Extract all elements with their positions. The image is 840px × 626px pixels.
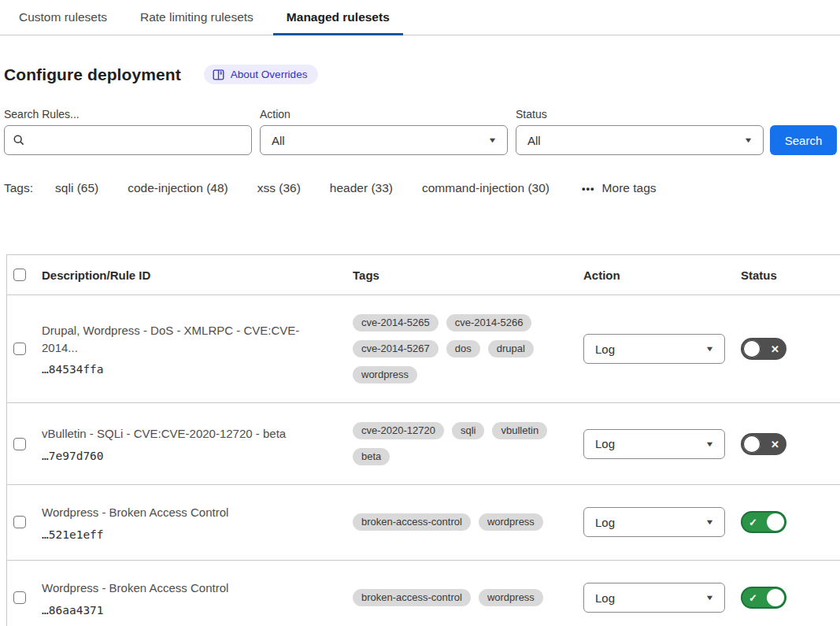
rule-tags: broken-access-controlwordpress [353,513,550,531]
table-row: Wordpress - Broken Access Control …521e1… [7,485,840,561]
action-filter-value: All [272,134,285,147]
tag-pill: broken-access-control [353,513,471,531]
tag-pill: vbulletin [492,422,547,439]
action-filter-select[interactable]: All ▼ [260,125,508,155]
rule-description: Drupal, Wordpress - DoS - XMLRPC - CVE:C… [42,322,331,357]
chevron-down-icon: ▼ [705,518,715,526]
tag-pill: cve-2014-5265 [353,314,439,332]
table-row: Drupal, Wordpress - DoS - XMLRPC - CVE:C… [7,295,840,403]
column-header-status: Status [741,269,840,282]
tag-filter-header[interactable]: header (33) [330,181,393,195]
rule-description: Wordpress - Broken Access Control [42,504,331,521]
tags-bar: Tags: sqli (65) code-injection (48) xss … [4,181,840,195]
rule-description: vBulletin - SQLi - CVE:CVE-2020-12720 - … [42,425,331,443]
action-select[interactable]: Log ▼ [583,583,725,613]
tab-custom-rulesets[interactable]: Custom rulesets [19,0,107,35]
action-select-value: Log [595,591,615,605]
table-row: vBulletin - SQLi - CVE:CVE-2020-12720 - … [7,403,840,485]
search-button[interactable]: Search [770,125,837,155]
ellipsis-icon: ••• [582,183,595,194]
tab-managed-rulesets[interactable]: Managed rulesets [287,0,390,35]
search-input[interactable] [31,134,243,147]
column-header-tags: Tags [353,269,583,282]
managed-rules-table: Description/Rule ID Tags Action Status D… [6,254,840,626]
action-select-value: Log [595,437,615,450]
column-header-description: Description/Rule ID [42,269,353,282]
about-overrides-link[interactable]: About Overrides [204,65,319,84]
row-checkbox[interactable] [13,591,26,604]
tag-pill: cve-2014-5266 [446,314,532,332]
action-select[interactable]: Log ▼ [583,507,725,537]
toggle-state-icon: ✕ [771,344,779,354]
book-icon [213,69,224,80]
chevron-down-icon: ▼ [705,440,715,448]
status-filter-value: All [527,134,541,147]
toggle-knob [743,340,760,357]
action-filter-field: Action All ▼ [260,108,508,155]
search-rules-field: Search Rules... [4,108,252,155]
toggle-state-icon: ✕ [771,439,779,449]
toggle-state-icon: ✓ [749,517,757,528]
row-checkbox[interactable] [13,516,26,528]
search-icon [13,134,25,146]
table-row: Wordpress - Broken Access Control …86aa4… [7,561,840,626]
page-title: Configure deployment [4,65,181,84]
row-checkbox[interactable] [13,438,26,450]
tag-filter-sqli[interactable]: sqli (65) [55,181,98,195]
ruleset-tabs: Custom rulesets Rate limiting rulesets M… [0,0,840,35]
status-filter-field: Status All ▼ [516,108,764,155]
rule-id: …84534ffa [42,363,331,376]
tag-pill: wordpress [479,513,543,531]
status-toggle[interactable]: ✓ [741,587,786,609]
chevron-down-icon: ▼ [705,594,715,602]
tag-pill: cve-2020-12720 [353,422,444,439]
more-tags-button[interactable]: ••• More tags [582,181,657,195]
chevron-down-icon: ▼ [705,345,715,353]
table-header-row: Description/Rule ID Tags Action Status [7,255,840,295]
action-select[interactable]: Log ▼ [583,429,725,459]
status-toggle[interactable]: ✕ [741,338,786,360]
toggle-state-icon: ✓ [749,593,757,603]
tag-pill: cve-2014-5267 [353,340,439,357]
status-filter-label: Status [516,108,764,120]
action-select[interactable]: Log ▼ [583,334,725,364]
chevron-down-icon: ▼ [744,136,753,144]
about-overrides-label: About Overrides [231,69,308,80]
tag-filter-code-injection[interactable]: code-injection (48) [128,181,228,195]
rule-tags: cve-2014-5265cve-2014-5266cve-2014-5267d… [353,314,550,383]
column-header-action: Action [583,269,741,282]
rule-description: Wordpress - Broken Access Control [42,580,331,597]
toggle-knob [767,513,784,531]
toggle-knob [767,589,784,606]
tags-bar-label: Tags: [4,181,33,195]
row-checkbox[interactable] [13,343,26,355]
action-filter-label: Action [260,108,508,120]
toggle-knob [743,435,760,453]
tag-pill: dos [446,340,480,357]
status-toggle[interactable]: ✕ [741,433,786,455]
tag-filter-xss[interactable]: xss (36) [257,181,301,195]
tag-pill: sqli [452,422,485,439]
rule-tags: broken-access-controlwordpress [353,589,550,606]
tag-pill: wordpress [353,366,417,383]
chevron-down-icon: ▼ [488,136,498,144]
action-select-value: Log [595,516,615,529]
action-select-value: Log [595,343,615,356]
tab-rate-limiting-rulesets[interactable]: Rate limiting rulesets [140,0,253,35]
status-filter-select[interactable]: All ▼ [516,125,764,155]
tag-pill: beta [353,448,390,465]
tag-pill: drupal [488,340,534,357]
rule-tags: cve-2020-12720sqlivbulletinbeta [353,422,550,465]
rule-id: …7e97d760 [42,450,331,462]
tag-pill: broken-access-control [353,589,471,606]
tag-pill: wordpress [479,589,543,606]
more-tags-label: More tags [602,181,657,195]
tag-filter-command-injection[interactable]: command-injection (30) [422,181,550,195]
select-all-checkbox[interactable] [13,269,26,281]
rule-id: …521e1eff [42,528,331,541]
search-rules-label: Search Rules... [4,108,252,120]
rule-id: …86aa4371 [42,604,331,617]
status-toggle[interactable]: ✓ [741,511,786,533]
